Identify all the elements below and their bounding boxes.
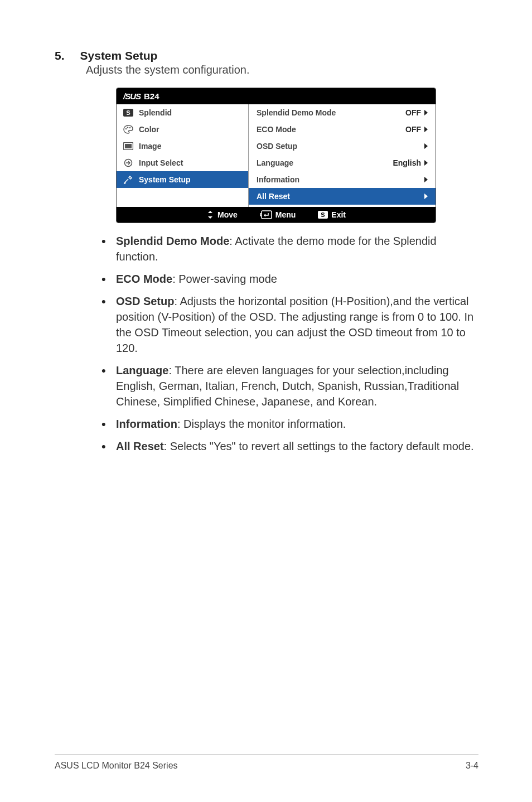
svg-point-3 [127,127,128,128]
osd-right-item-language[interactable]: Language English [249,154,436,171]
list-item: Information: Displays the monitor inform… [101,416,478,432]
osd-left-label: Splendid [139,108,172,117]
footer-right: 3-4 [466,761,478,771]
osd-footer-move: Move [206,210,238,219]
list-item: OSD Setup: Adjusts the horizontal positi… [101,293,478,356]
svg-rect-6 [125,144,132,148]
osd-right-label: OSD Setup [257,142,297,151]
chevron-right-icon [424,143,428,149]
osd-panel: /SUS B24 S Splendid Color Image [116,88,436,223]
osd-right-item-all-reset[interactable]: All Reset [249,188,436,205]
section-header: 5. System Setup [55,49,478,62]
osd-body: S Splendid Color Image Input Select [117,104,436,207]
osd-right-menu: Splendid Demo Mode OFF ECO Mode OFF OSD … [249,104,436,207]
osd-left-item-image[interactable]: Image [117,138,248,154]
osd-footer-menu: Menu [260,210,296,219]
osd-titlebar: /SUS B24 [117,88,436,104]
osd-left-label: System Setup [139,175,191,184]
osd-left-label: Color [139,125,159,134]
osd-left-menu: S Splendid Color Image Input Select [117,104,249,207]
enter-icon [260,210,272,219]
palette-icon [123,125,133,134]
chevron-right-icon [424,160,428,166]
footer-left: ASUS LCD Monitor B24 Series [55,761,178,771]
osd-left-label: Input Select [139,158,183,167]
s-key-icon: S [318,211,328,219]
chevron-right-icon [424,177,428,182]
list-item: ECO Mode: Power-saving mode [101,271,478,287]
page-footer: ASUS LCD Monitor B24 Series 3-4 [55,755,478,771]
updown-icon [206,210,214,219]
section-title: System Setup [80,49,158,62]
osd-right-value [424,177,428,182]
osd-footer-exit: S Exit [318,210,346,219]
osd-model: B24 [144,91,159,101]
svg-point-2 [125,128,127,129]
osd-right-value: English [393,158,428,167]
svg-point-4 [129,127,130,128]
osd-left-item-input[interactable]: Input Select [117,154,248,171]
chevron-right-icon [424,127,428,132]
osd-right-value: OFF [405,108,428,117]
osd-right-label: All Reset [257,192,290,201]
osd-right-value [424,143,428,149]
list-item: Splendid Demo Mode: Activate the demo mo… [101,233,478,264]
svg-text:S: S [126,109,130,116]
section-number: 5. [55,49,65,62]
osd-right-label: ECO Mode [257,125,296,134]
list-item: All Reset: Selects "Yes" to revert all s… [101,438,478,454]
osd-left-item-system-setup[interactable]: System Setup [117,171,248,188]
image-icon [123,142,133,151]
section-subtitle: Adjusts the system configuration. [86,64,478,76]
osd-right-label: Information [257,175,299,184]
s-icon: S [123,108,133,117]
svg-text:S: S [321,211,325,218]
osd-left-label: Image [139,142,161,151]
chevron-right-icon [424,194,428,199]
tools-icon [123,175,133,184]
osd-right-item-eco[interactable]: ECO Mode OFF [249,121,436,138]
input-icon [123,158,133,167]
osd-right-item-splendid-demo[interactable]: Splendid Demo Mode OFF [249,104,436,121]
osd-left-item-color[interactable]: Color [117,121,248,138]
chevron-right-icon [424,110,428,115]
osd-right-item-osd-setup[interactable]: OSD Setup [249,138,436,154]
osd-footer: Move Menu S Exit [117,207,436,223]
osd-left-item-splendid[interactable]: S Splendid [117,104,248,121]
osd-right-label: Splendid Demo Mode [257,108,336,117]
notes-list: Splendid Demo Mode: Activate the demo mo… [101,233,478,454]
osd-right-value: OFF [405,125,428,134]
svg-rect-8 [262,211,272,219]
osd-right-item-information[interactable]: Information [249,171,436,188]
osd-right-label: Language [257,158,293,167]
page: 5. System Setup Adjusts the system confi… [0,0,532,802]
list-item: Language: There are eleven languages for… [101,363,478,409]
asus-logo: /SUS [123,91,141,101]
osd-right-value [424,194,428,199]
